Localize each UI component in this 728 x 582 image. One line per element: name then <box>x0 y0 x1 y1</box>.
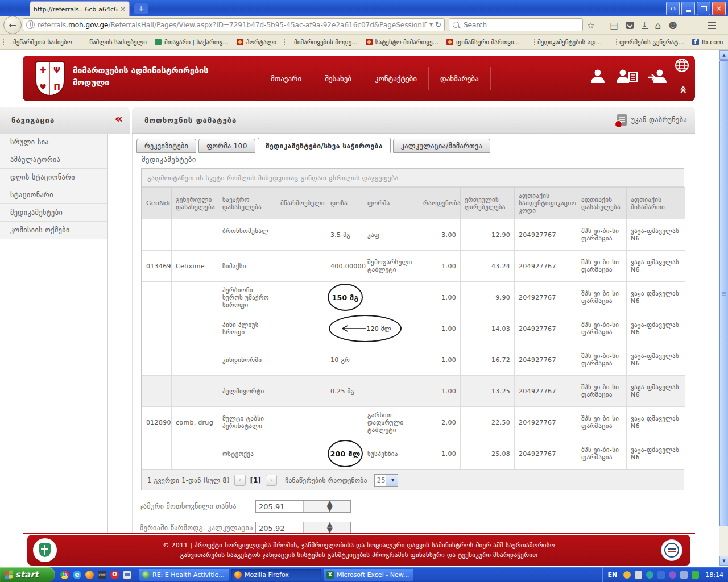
feedback-icon[interactable]: ☻ <box>668 20 677 31</box>
table-row[interactable]: ბრონხომუნალ - 3.5 მგ კაფ 3.00 12.90 2049… <box>142 219 685 251</box>
close-button[interactable]: × <box>712 2 726 15</box>
tray-display-icon[interactable] <box>680 571 688 579</box>
tab-form-100[interactable]: ფორმა 100 <box>198 139 255 153</box>
col-pharmacy-code[interactable]: აფთიაქის საიდენტიფიკაციო კოდი <box>515 188 577 219</box>
total-requested-input[interactable]: 205.91 ▲▼ <box>255 500 351 513</box>
bookmark-star-icon[interactable]: ☆ <box>587 20 594 31</box>
tray-monitor-icon[interactable] <box>692 571 699 579</box>
restore-button[interactable] <box>697 2 710 15</box>
sidebar-item-hospital[interactable]: სტაციონარი <box>0 186 107 204</box>
mail-icon[interactable] <box>123 571 131 579</box>
bookmark-item[interactable]: წამლის საძიებელი <box>80 39 147 46</box>
bookmark-item[interactable]: პორტალი <box>237 39 276 46</box>
bookmark-item[interactable]: სატესტო მიმართვე... <box>366 39 439 46</box>
new-tab-button[interactable]: + <box>134 3 148 14</box>
bookmark-item[interactable]: ffb.com <box>692 39 723 46</box>
sidebar-item-medications[interactable]: მედიკამენტები <box>0 204 107 222</box>
task-excel[interactable]: X Microsoft Excel - New... <box>324 569 413 581</box>
col-quantity[interactable]: რაოდენობა <box>419 188 461 219</box>
search-input[interactable] <box>462 20 579 30</box>
tab-overflow-button[interactable]: ↔ <box>666 2 680 15</box>
sidebar-item-full-list[interactable]: სრული სია <box>0 134 107 151</box>
sidebar-item-commission-protocols[interactable]: კომისიის ოქმები <box>0 222 107 239</box>
search-box[interactable] <box>449 18 583 31</box>
reload-icon[interactable]: ↻ <box>435 20 441 29</box>
bookmark-item[interactable]: ფორმების გენერატ... <box>610 39 684 46</box>
home-icon[interactable]: ⌂ <box>655 20 661 31</box>
sidebar-item-day-hospital[interactable]: დღის სტაციონარი <box>0 169 107 186</box>
user-profile-icon[interactable] <box>589 68 606 83</box>
tray-network-icon[interactable] <box>657 571 665 579</box>
back-button[interactable]: ← <box>3 16 22 34</box>
collapse-header-icon[interactable]: « <box>676 85 690 92</box>
spinner-icons[interactable]: ▲▼ <box>303 522 351 534</box>
pager-prev-button[interactable]: ‹ <box>234 475 246 486</box>
tab-close-icon[interactable]: × <box>120 5 126 13</box>
pocket-icon[interactable] <box>626 22 634 29</box>
minimize-button[interactable] <box>681 2 695 15</box>
tray-printer-icon[interactable] <box>635 571 642 579</box>
bookmark-item[interactable]: მთავარი | საქართვ... <box>155 39 229 46</box>
task-email[interactable]: RE: E Health Activitie... <box>139 569 229 581</box>
firefox-icon[interactable] <box>85 571 94 579</box>
col-generic-name[interactable]: გენერიული დასახელება <box>172 188 218 219</box>
url-bar[interactable]: referrals.moh.gov.ge/ReferralsHall/Pages… <box>23 18 445 31</box>
kmplayer-icon[interactable]: KMP <box>98 571 106 579</box>
tab-medications[interactable]: მედიკამენტები/სხვა საჭიროება <box>258 138 391 153</box>
bookmark-item[interactable]: მედიკამენტების ად... <box>528 39 602 46</box>
logout-icon[interactable] <box>648 68 668 83</box>
sidebar-item-ambulatory[interactable]: ამბულატორია <box>0 151 107 169</box>
col-pharmacy-name[interactable]: აფთიაქის დასახელება <box>577 188 627 219</box>
nav-help[interactable]: დახმარება <box>429 67 491 90</box>
opera-icon[interactable]: O <box>110 571 119 579</box>
page-size-select[interactable]: 25 ▼ <box>374 474 398 487</box>
url-dropdown-icon[interactable]: ▼ <box>429 22 433 27</box>
tray-agent-icon[interactable] <box>646 571 653 579</box>
table-row[interactable]: პინი პლიუს სროფი 120 მლ 1.00 14.03 20492… <box>142 313 685 344</box>
spinner-icons[interactable]: ▲▼ <box>303 501 351 512</box>
tray-clock-icon[interactable] <box>623 571 631 579</box>
tray-volume-icon[interactable] <box>669 571 676 579</box>
scroll-down-icon[interactable]: ▼ <box>719 556 728 566</box>
chrome-icon[interactable] <box>60 571 69 579</box>
bookmark-item[interactable]: ფინანსური მართვი... <box>446 39 520 46</box>
start-button[interactable]: start <box>0 567 55 582</box>
col-geondc[interactable]: GeoNdc <box>142 188 172 219</box>
downloads-icon[interactable]: ↓ <box>642 22 648 29</box>
language-globe-icon[interactable] <box>675 58 689 75</box>
bookmark-item[interactable]: მეწარმეთა საძიებო <box>3 39 72 46</box>
sidebar-collapse-icon[interactable]: « <box>115 111 122 126</box>
bookmarks-menu-icon[interactable]: ▤ <box>610 20 618 31</box>
site-identity-icon[interactable] <box>26 20 35 29</box>
internet-explorer-icon[interactable]: e <box>73 571 81 579</box>
table-row[interactable]: 013469 Cefixime ზიმაქსი 400.00000 შემოგა… <box>142 251 685 282</box>
col-dose[interactable]: დოზა <box>326 188 363 219</box>
nav-home[interactable]: მთავარი <box>259 67 313 90</box>
table-row[interactable]: ჰერბიონი სუროს უშაქრო სიროფი 150 მგ 1.00… <box>142 282 685 313</box>
col-manufacturer[interactable]: მწარმოებელი <box>276 188 326 219</box>
menu-icon[interactable] <box>708 22 716 24</box>
page-scrollbar[interactable]: ▲ ▼ <box>719 50 728 566</box>
table-row[interactable]: პულმივორტი 0.25 მგ 1.00 13.25 204927767 … <box>142 376 685 407</box>
back-to-list-button[interactable]: უკან დაბრუნება <box>617 114 687 126</box>
task-firefox[interactable]: Mozilla Firefox <box>231 569 321 581</box>
table-row[interactable]: 012890 comb. drug მულტი-ტაბსი პერინატალი… <box>142 407 685 438</box>
browser-tab[interactable]: http://referrals...6cb-a64c6078eb1a × <box>30 1 130 16</box>
tab-calculation[interactable]: კალკულაცია/მიმართვა <box>393 139 490 153</box>
nav-contacts[interactable]: კონტაქტები <box>363 67 429 90</box>
tab-requisites[interactable]: რეკვიზიტები <box>136 139 196 153</box>
scroll-up-icon[interactable]: ▲ <box>719 50 728 60</box>
user-list-icon[interactable] <box>617 68 638 83</box>
col-form[interactable]: ფორმა <box>363 188 419 219</box>
scrollbar-thumb[interactable] <box>719 60 728 526</box>
nav-about[interactable]: შესახებ <box>313 67 363 90</box>
pager-next-button[interactable]: › <box>266 475 277 486</box>
table-row[interactable]: კინდინორმი 10 გრ 1.00 16.72 204927767 შპ… <box>142 344 685 376</box>
col-pharmacy-address[interactable]: აფთიაქის მისამართი <box>627 188 685 219</box>
language-indicator[interactable]: EN <box>608 571 618 579</box>
bookmark-item[interactable]: მიმართვების მოდუ... <box>284 39 358 46</box>
table-row[interactable]: ოსტეოქეა 200 მლ სუსპენზია 1.00 25.08 204… <box>142 438 685 469</box>
col-trade-name[interactable]: სავაჭრო დასახელება <box>218 188 276 219</box>
calc-submitted-input[interactable]: 205.92 ▲▼ <box>255 522 351 534</box>
col-unit-price[interactable]: ერთეულის ღირებულება <box>461 188 515 219</box>
